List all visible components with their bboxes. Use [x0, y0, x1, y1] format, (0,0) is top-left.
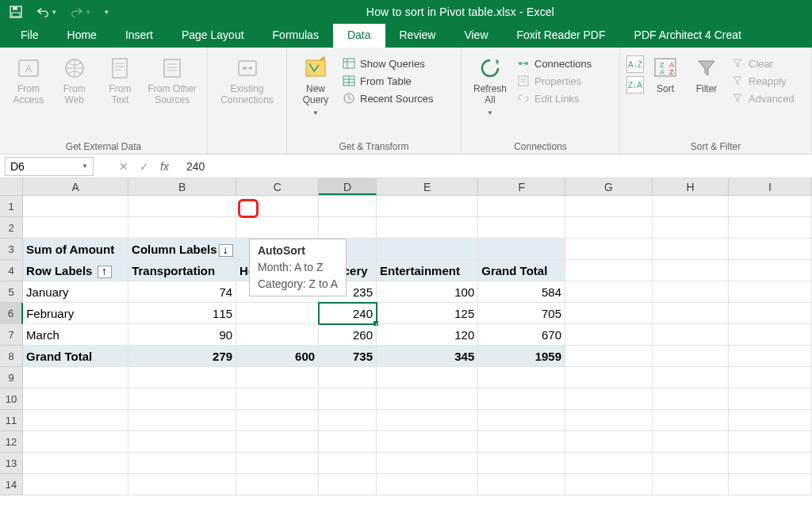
connections-button[interactable]: Connections — [514, 55, 595, 71]
cell-F14[interactable] — [478, 474, 565, 495]
cell-B2[interactable] — [128, 217, 236, 239]
cell-C10[interactable] — [236, 388, 319, 410]
tab-insert[interactable]: Insert — [111, 24, 167, 48]
refresh-all-button[interactable]: Refresh All ▼ — [468, 52, 512, 120]
cell-H2[interactable] — [653, 217, 729, 239]
cell-E7[interactable]: 120 — [377, 324, 478, 346]
cell-A11[interactable] — [23, 410, 128, 431]
cell-F11[interactable] — [478, 410, 565, 431]
undo-icon[interactable] — [36, 6, 49, 18]
from-table-button[interactable]: From Table — [339, 73, 437, 89]
cell-G12[interactable] — [565, 431, 653, 453]
from-text-button[interactable]: From Text — [98, 52, 143, 109]
sort-asc-button[interactable]: A↓Z — [626, 55, 644, 73]
cell-F13[interactable] — [478, 453, 565, 474]
cell-F8[interactable]: 1959 — [478, 346, 565, 367]
cell-F1[interactable] — [478, 196, 565, 217]
cell-H6[interactable] — [653, 303, 729, 324]
cell-H12[interactable] — [653, 431, 729, 453]
cell-E8[interactable]: 345 — [377, 346, 478, 367]
tab-foxit[interactable]: Foxit Reader PDF — [503, 24, 620, 48]
column-header-G[interactable]: G — [565, 178, 653, 195]
cell-F3[interactable] — [479, 239, 566, 260]
column-header-E[interactable]: E — [377, 178, 478, 195]
cell-I8[interactable] — [729, 346, 812, 367]
column-header-C[interactable]: C — [236, 178, 319, 195]
cell-E1[interactable] — [377, 196, 478, 217]
cell-G5[interactable] — [565, 281, 653, 303]
cell-H13[interactable] — [653, 453, 729, 474]
cell-I6[interactable] — [729, 303, 812, 324]
cell-E5[interactable]: 100 — [377, 281, 478, 303]
cell-E4[interactable]: Entertainment — [377, 260, 478, 281]
cell-G2[interactable] — [565, 217, 653, 239]
cell-A4[interactable]: Row Labels ⭡ — [23, 260, 128, 281]
cell-I7[interactable] — [729, 324, 812, 346]
cell-A7[interactable]: March — [23, 324, 128, 346]
cell-H14[interactable] — [653, 474, 729, 495]
existing-connections-button[interactable]: Existing Connections — [214, 52, 280, 109]
cell-A9[interactable] — [23, 367, 128, 388]
cell-H11[interactable] — [653, 410, 729, 431]
row-header-14[interactable]: 14 — [0, 474, 23, 495]
cell-I9[interactable] — [729, 367, 812, 388]
edit-links-button[interactable]: Edit Links — [514, 90, 595, 106]
cell-F4[interactable]: Grand Total — [478, 260, 565, 281]
name-box-dropdown-icon[interactable]: ▼ — [82, 162, 88, 170]
fx-icon[interactable]: fx — [160, 160, 169, 173]
cell-B10[interactable] — [128, 388, 236, 410]
name-box[interactable]: D6 ▼ — [5, 157, 94, 176]
cell-G8[interactable] — [565, 346, 653, 367]
worksheet-grid[interactable]: ABCDEFGHI 123Sum of AmountColumn Labels⭣… — [0, 178, 812, 495]
filter-button[interactable]: Filter — [687, 52, 726, 98]
cell-B1[interactable] — [128, 196, 236, 217]
qat-customize-icon[interactable]: ▾ — [105, 8, 109, 16]
tab-page-layout[interactable]: Page Layout — [167, 24, 259, 48]
cell-I1[interactable] — [729, 196, 812, 217]
cell-I13[interactable] — [729, 453, 812, 474]
cell-B9[interactable] — [128, 367, 236, 388]
recent-sources-button[interactable]: Recent Sources — [339, 90, 437, 106]
row-header-11[interactable]: 11 — [0, 410, 23, 431]
cell-G4[interactable] — [565, 260, 653, 281]
enter-icon[interactable]: ✓ — [140, 160, 149, 173]
cell-B5[interactable]: 74 — [128, 281, 236, 303]
cell-G3[interactable] — [565, 239, 653, 260]
row-header-7[interactable]: 7 — [0, 324, 23, 346]
cell-B12[interactable] — [128, 431, 236, 453]
cell-A13[interactable] — [23, 453, 128, 474]
tab-file[interactable]: File — [6, 24, 53, 48]
select-all-corner[interactable] — [0, 178, 23, 195]
cell-G6[interactable] — [565, 303, 653, 324]
column-header-A[interactable]: A — [23, 178, 128, 195]
column-header-B[interactable]: B — [128, 178, 236, 195]
cell-E12[interactable] — [377, 431, 478, 453]
row-header-4[interactable]: 4 — [0, 260, 23, 281]
cell-G10[interactable] — [565, 388, 653, 410]
cell-E6[interactable]: 125 — [377, 303, 478, 324]
cell-A3[interactable]: Sum of Amount — [23, 239, 128, 260]
tab-review[interactable]: Review — [385, 24, 450, 48]
column-header-F[interactable]: F — [478, 178, 565, 195]
cell-G13[interactable] — [565, 453, 653, 474]
cell-I2[interactable] — [729, 217, 812, 239]
tab-home[interactable]: Home — [53, 24, 111, 48]
row-header-9[interactable]: 9 — [0, 367, 23, 388]
cell-I11[interactable] — [729, 410, 812, 431]
redo-icon[interactable] — [71, 6, 83, 18]
formula-input[interactable] — [182, 157, 807, 176]
cell-H5[interactable] — [653, 281, 729, 303]
cell-I14[interactable] — [729, 474, 812, 495]
column-header-H[interactable]: H — [653, 178, 729, 195]
cell-C1[interactable] — [236, 196, 319, 217]
cell-D1[interactable] — [319, 196, 377, 217]
tab-pdfarch[interactable]: PDF Architect 4 Creat — [620, 24, 756, 48]
cell-C9[interactable] — [236, 367, 319, 388]
cell-F6[interactable]: 705 — [478, 303, 565, 324]
cell-A1[interactable] — [23, 196, 128, 217]
cell-E10[interactable] — [377, 388, 478, 410]
cell-E3[interactable] — [377, 239, 478, 260]
cell-F7[interactable]: 670 — [478, 324, 565, 346]
cell-I3[interactable] — [729, 239, 812, 260]
from-access-button[interactable]: A From Access — [6, 52, 51, 109]
